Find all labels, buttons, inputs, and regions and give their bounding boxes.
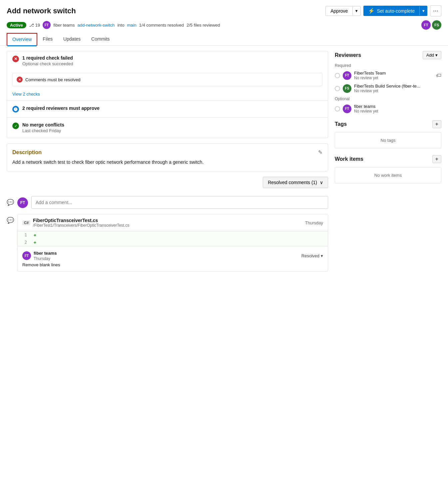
approve-dropdown[interactable]: ▾ [352, 6, 360, 15]
chevron-down-icon: ▾ [435, 53, 438, 58]
autocomplete-dropdown[interactable]: ▾ [419, 6, 427, 15]
status-badge: Active [7, 22, 26, 28]
file-header: C# FiberOpticTransceiverTest.cs /FiberTe… [18, 214, 328, 231]
comment-avatar: FT [17, 197, 28, 208]
merge-title: No merge conflicts [22, 122, 64, 127]
reviewer-avatar-1: FS [343, 84, 351, 93]
no-work-items-text: No work items [335, 167, 441, 183]
chevron-down-icon: ▾ [321, 253, 323, 258]
more-options-button[interactable]: ⋯ [430, 5, 441, 16]
chevron-down-icon: ▾ [422, 8, 425, 13]
reviewer-status-optional-0: No review yet [354, 109, 378, 114]
autocomplete-button[interactable]: ⚡ Set auto-complete [363, 6, 419, 16]
avatar-ft-right: FT [421, 20, 431, 30]
merge-status-row: ✓ No merge conflicts Last checked Friday [7, 117, 328, 138]
description-text: Add a network switch test to check fiber… [12, 159, 322, 166]
reviewer-row-1: FS FiberTests Build Service (fiber-te...… [335, 84, 441, 93]
commit-icon: ⎇ [29, 23, 34, 28]
file-lang: C# [22, 220, 30, 225]
files-reviewed: 2/5 files reviewed [187, 23, 220, 28]
optional-label: Optional [335, 97, 441, 101]
description-card: Description ✎ Add a network switch test … [7, 143, 328, 171]
tags-panel: Tags + No tags [335, 120, 441, 148]
inner-check-text: Comments must be resolved [25, 77, 80, 82]
reviewer-radio-optional-0 [335, 106, 340, 112]
comment-input[interactable] [31, 196, 328, 209]
reviewer-status-1: No review yet [354, 89, 420, 93]
comments-resolved: 1/4 comments resolved [139, 23, 184, 28]
reviewer-radio-0 [335, 73, 340, 78]
file-path: /FiberTest1/Transceivers/FiberOpticTrans… [33, 223, 129, 228]
add-work-item-button[interactable]: + [432, 155, 441, 163]
description-title: Description [12, 149, 42, 155]
approve-button-group[interactable]: Approve ▾ [325, 6, 361, 16]
code-line-2: 2 + [18, 239, 328, 246]
check-failed-sub: Optional check succeeded [22, 61, 73, 66]
reviewer-badge-icon-0: 🏷 [436, 73, 441, 79]
inner-error-icon: ✕ [17, 77, 23, 83]
check-failed-header: ✕ 1 required check failed Optional check… [7, 51, 328, 70]
thread-comment: FT fiber teams Thursday Resolved ▾ [18, 246, 328, 271]
reviewer-name-optional-0: fiber teams [354, 104, 378, 109]
page-title: Add network switch [7, 7, 76, 15]
reviewers-status-row: 🕐 2 required reviewers must approve [7, 101, 328, 117]
avatar-fs-right: FS [432, 20, 441, 30]
branch-from-link[interactable]: add-network-switch [77, 23, 115, 28]
tab-overview[interactable]: Overview [7, 33, 37, 46]
check-failed-title: 1 required check failed [22, 55, 73, 61]
file-comment-block: 💬 C# FiberOpticTransceiverTest.cs /Fiber… [7, 214, 328, 272]
tags-title: Tags [335, 121, 347, 127]
comment-area: 💬 FT [7, 193, 328, 209]
file-name: FiberOpticTransceiverTest.cs [33, 218, 129, 223]
reviewer-row-0: FT FiberTests Team No review yet 🏷 [335, 71, 441, 80]
branch-into-link[interactable]: main [127, 23, 136, 28]
resolved-comments-button[interactable]: Resolved comments (1) ∨ [263, 177, 328, 188]
success-icon: ✓ [12, 123, 19, 129]
file-comment-side-icon: 💬 [7, 217, 14, 224]
error-icon: ✕ [12, 56, 19, 62]
autocomplete-button-group[interactable]: ⚡ Set auto-complete ▾ [363, 6, 427, 16]
thread-author: fiber teams [34, 251, 57, 256]
commit-count: ⎇ 19 [29, 23, 40, 28]
required-label: Required [335, 63, 441, 68]
reviewers-panel: Reviewers Add ▾ Required FT FiberTests T… [335, 51, 441, 114]
add-tag-button[interactable]: + [432, 120, 441, 128]
view-checks-link[interactable]: View 2 checks [7, 89, 328, 101]
main-left: ✕ 1 required check failed Optional check… [7, 51, 328, 274]
reviewer-avatar-0: FT [343, 71, 351, 80]
reviewer-radio-1 [335, 86, 340, 91]
meta-bar: Active ⎇ 19 FT fiber teams add-network-s… [0, 19, 448, 33]
resolved-comments-label: Resolved comments (1) [268, 180, 317, 185]
reviewers-status-text: 2 required reviewers must approve [22, 106, 100, 111]
meta-team: fiber teams [53, 23, 75, 28]
add-reviewer-button[interactable]: Add ▾ [423, 51, 441, 59]
edit-icon[interactable]: ✎ [318, 149, 322, 155]
work-items-title: Work items [335, 156, 363, 162]
no-tags-text: No tags [335, 132, 441, 148]
code-line-1: 1 + [18, 231, 328, 239]
status-card: ✕ 1 required check failed Optional check… [7, 51, 328, 138]
resolved-toggle[interactable]: Resolved ▾ [301, 253, 323, 258]
thread-text: Remove blank lines [22, 262, 323, 267]
chevron-down-icon: ∨ [320, 180, 323, 185]
tab-commits[interactable]: Commits [86, 33, 115, 46]
reviewer-name-0: FiberTests Team [354, 71, 386, 76]
tab-files[interactable]: Files [37, 33, 58, 46]
avatar-ft: FT [43, 21, 51, 29]
reviewer-avatar-optional-0: FT [343, 105, 351, 113]
approve-button[interactable]: Approve [326, 6, 352, 16]
work-items-panel: Work items + No work items [335, 155, 441, 183]
thread-avatar: FT [22, 251, 31, 260]
inner-check: ✕ Comments must be resolved [12, 73, 322, 86]
tabs: Overview Files Updates Commits [0, 33, 448, 46]
clock-icon: 🕐 [12, 106, 19, 113]
tab-updates[interactable]: Updates [58, 33, 86, 46]
header-actions: Approve ▾ ⚡ Set auto-complete ▾ ⋯ [325, 5, 441, 16]
main-right: Reviewers Add ▾ Required FT FiberTests T… [335, 51, 441, 274]
code-lines: 1 + 2 + [18, 231, 328, 246]
file-card: C# FiberOpticTransceiverTest.cs /FiberTe… [17, 214, 328, 272]
header: Add network switch Approve ▾ ⚡ Set auto-… [0, 0, 448, 19]
main-layout: ✕ 1 required check failed Optional check… [0, 46, 448, 280]
file-date: Thursday [305, 220, 323, 225]
reviewers-title: Reviewers [335, 52, 361, 58]
